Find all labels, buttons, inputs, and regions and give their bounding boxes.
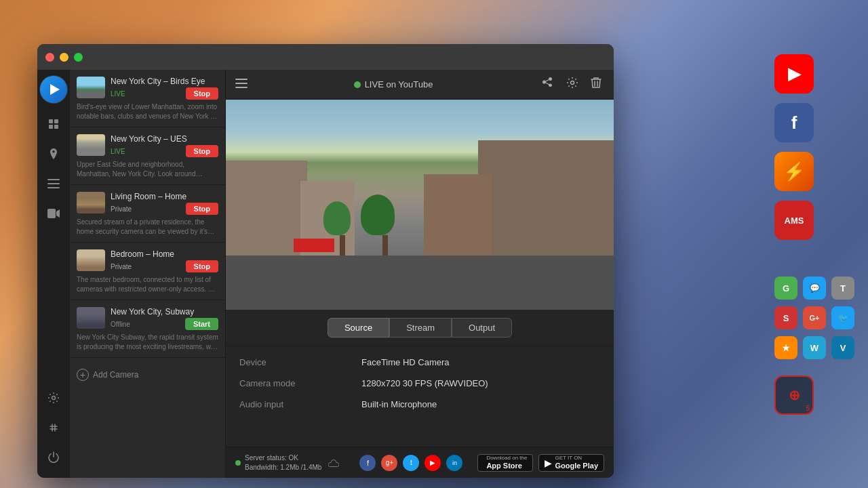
sidebar-item-location[interactable]	[41, 142, 66, 166]
camera-item-bedroom[interactable]: Bedroom – Home Private Stop The master b…	[70, 243, 225, 300]
sidebar-item-add[interactable]	[41, 415, 66, 440]
camera-item-nyc-birds[interactable]: New York City – Birds Eye LIVE Stop Bird…	[70, 70, 225, 127]
camera-name: New York City – Birds Eye	[111, 77, 218, 86]
audio-input-label: Audio input	[239, 399, 361, 409]
youtube-social-button[interactable]: ▶	[425, 455, 441, 471]
sidebar-item-settings[interactable]	[41, 386, 66, 410]
camera-name: New York City – UES	[111, 134, 218, 144]
camera-mode-label: Camera mode	[239, 378, 361, 388]
ams-desktop-icon[interactable]: AMS	[774, 201, 814, 240]
tab-output[interactable]: Output	[452, 318, 512, 338]
sniper-desktop-icon[interactable]: ⊕ 5	[774, 375, 814, 415]
add-camera-button[interactable]: + Add Camera	[70, 361, 225, 389]
s-desktop-icon[interactable]: S	[774, 306, 797, 329]
camera-stop-button[interactable]: Stop	[186, 260, 218, 272]
camera-info: New York City – Birds Eye LIVE Stop	[111, 77, 218, 100]
tree-center	[375, 195, 395, 256]
tab-source[interactable]: Source	[328, 318, 389, 338]
orange-desktop-icon[interactable]: ★	[774, 336, 797, 359]
source-info: Device FaceTime HD Camera Camera mode 12…	[226, 346, 614, 420]
svg-rect-11	[235, 87, 248, 88]
googleplay-icon: ▶	[545, 458, 552, 468]
camera-stop-button[interactable]: Stop	[186, 87, 218, 100]
camera-description: Secured stream of a private residence, t…	[77, 218, 218, 237]
tree-trunk	[340, 235, 345, 256]
maximize-button[interactable]	[74, 53, 83, 62]
youtube-desktop-icon[interactable]: ▶	[774, 54, 814, 94]
camera-description: Bird's-eye view of Lower Manhattan, zoom…	[77, 102, 218, 121]
sidebar-item-power[interactable]	[41, 445, 66, 470]
chat-desktop-icon[interactable]: 💬	[803, 277, 826, 300]
appstore-text: Download on the App Store	[486, 455, 527, 470]
tree-foliage	[323, 201, 351, 235]
cloud-upload-icon	[328, 458, 339, 468]
street-scene-bg	[226, 100, 614, 310]
wp-desktop-icon[interactable]: W	[803, 336, 826, 359]
small-icons-row3: ★ W V	[774, 336, 854, 359]
delete-icon[interactable]	[588, 74, 604, 95]
camera-header: New York City – Birds Eye LIVE Stop	[77, 77, 218, 100]
tree-trunk	[382, 235, 388, 256]
twitter-bird-icon: 🐦	[838, 313, 848, 323]
live-indicator: LIVE on YouTube	[254, 79, 532, 89]
play-icon	[50, 84, 60, 95]
v-desktop-icon[interactable]: V	[831, 336, 854, 359]
app-logo-icon	[40, 76, 67, 103]
camera-start-button[interactable]: Start	[185, 318, 218, 330]
minimize-button[interactable]	[60, 53, 68, 62]
twitter-desktop-icon[interactable]: 🐦	[831, 306, 854, 329]
camera-stop-button[interactable]: Stop	[186, 145, 218, 157]
thunder-desktop-icon[interactable]: ⚡	[774, 152, 814, 191]
device-label: Device	[239, 357, 361, 367]
sidebar-item-list[interactable]	[41, 171, 66, 196]
sidebar-item-video[interactable]	[41, 201, 66, 226]
main-content: LIVE on YouTube	[226, 70, 614, 478]
camera-status-row: LIVE Stop	[111, 87, 218, 100]
g-desktop-icon[interactable]: G	[774, 277, 797, 300]
googleplay-sublabel: GET IT ON	[555, 455, 598, 462]
camera-status-row: Offline Start	[111, 318, 218, 330]
camera-status-row: LIVE Stop	[111, 145, 218, 157]
appstore-sublabel: Download on the	[486, 455, 527, 462]
linkedin-social-button[interactable]: in	[446, 455, 462, 471]
wp-icon: W	[810, 343, 818, 353]
googleplay-label: Google Play	[555, 462, 598, 470]
camera-stop-button[interactable]: Stop	[186, 203, 218, 215]
googleplay-badge[interactable]: ▶ GET IT ON Google Play	[538, 454, 604, 472]
camera-status: Offline	[111, 321, 130, 328]
close-button[interactable]	[45, 53, 54, 62]
thunder-bolt-icon: ⚡	[783, 161, 805, 182]
sidebar-item-browse[interactable]	[41, 112, 66, 136]
audio-input-value: Built-in Microphone	[361, 399, 437, 409]
googleplus-social-button[interactable]: g+	[381, 455, 397, 471]
settings-icon[interactable]	[564, 74, 581, 95]
camera-item-nyc-subway[interactable]: New York City, Subway Offline Start New …	[70, 300, 225, 358]
camera-description: The master bedroom, connected to my list…	[77, 275, 218, 294]
t-desktop-icon[interactable]: T	[831, 277, 854, 300]
device-value: FaceTime HD Camera	[361, 357, 450, 367]
camera-name: Living Room – Home	[111, 192, 218, 201]
tab-stream[interactable]: Stream	[389, 318, 452, 338]
chat-icon: 💬	[810, 283, 820, 293]
camera-thumbnail	[77, 249, 105, 271]
appstore-badge[interactable]: Download on the App Store	[477, 454, 533, 472]
goog-icon: G+	[810, 314, 820, 322]
facebook-social-button[interactable]: f	[359, 455, 376, 471]
sniper-number: 5	[806, 405, 810, 412]
share-icon[interactable]	[539, 74, 557, 95]
facebook-desktop-icon[interactable]: f	[774, 103, 814, 142]
camera-item-nyc-ues[interactable]: New York City – UES LIVE Stop Upper East…	[70, 127, 225, 185]
camera-status-row: Private Stop	[111, 203, 218, 215]
tree-foliage	[361, 195, 395, 235]
camera-description: Upper East Side and neighborhood, Manhat…	[77, 160, 218, 179]
server-status-text: Server status: OK Bandwidth: 1.2Mb /1.4M…	[245, 453, 321, 472]
menu-icon[interactable]	[235, 79, 248, 91]
twitter-social-button[interactable]: t	[403, 455, 419, 471]
app-footer: Server status: OK Bandwidth: 1.2Mb /1.4M…	[226, 447, 614, 478]
svg-rect-2	[49, 125, 53, 129]
appstore-label: App Store	[486, 462, 527, 470]
small-icons-row2: S G+ 🐦	[774, 306, 854, 329]
goog-desktop-icon[interactable]: G+	[803, 306, 826, 329]
sidebar-logo[interactable]	[39, 75, 68, 104]
camera-item-living-room[interactable]: Living Room – Home Private Stop Secured …	[70, 185, 225, 243]
